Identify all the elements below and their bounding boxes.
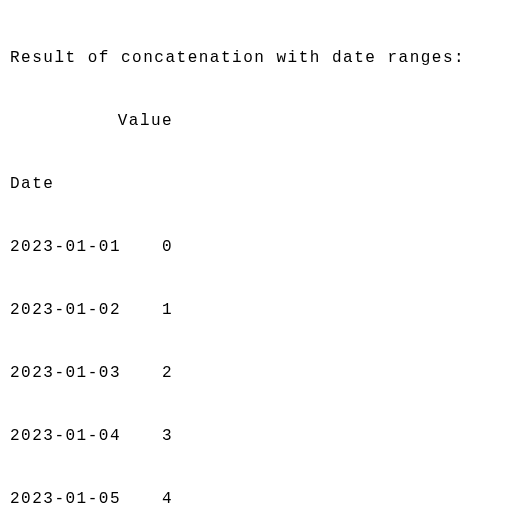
value-cell: 1	[106, 300, 173, 321]
index-label: Date	[10, 174, 54, 195]
date-cell: 2023-01-01	[10, 237, 106, 258]
section1-title: Result of concatenation with date ranges…	[10, 48, 520, 69]
date-cell: 2023-01-02	[10, 300, 106, 321]
value-cell: 4	[106, 489, 173, 510]
table-row: 2023-01-021	[10, 300, 520, 321]
value-cell: 0	[106, 237, 173, 258]
value-cell: 2	[106, 363, 173, 384]
date-cell: 2023-01-03	[10, 363, 106, 384]
value-column-header: Value	[10, 111, 173, 132]
table-row: 2023-01-032	[10, 363, 520, 384]
value-cell: 3	[106, 426, 173, 447]
section1-index-label-row: Date	[10, 174, 520, 195]
table-row: 2023-01-043	[10, 426, 520, 447]
table-row: 2023-01-010	[10, 237, 520, 258]
date-cell: 2023-01-05	[10, 489, 106, 510]
console-output: Result of concatenation with date ranges…	[0, 0, 520, 522]
table-row: 2023-01-054	[10, 489, 520, 510]
date-cell: 2023-01-04	[10, 426, 106, 447]
section1-header-row: Value	[10, 111, 520, 132]
